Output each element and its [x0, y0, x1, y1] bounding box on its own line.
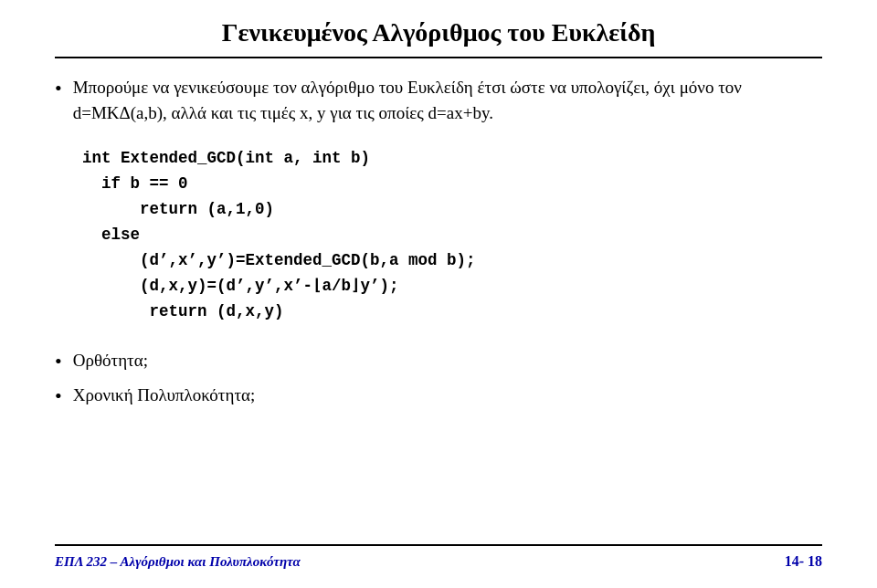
code-line-1: int Extended_GCD(int a, int b) [82, 145, 822, 171]
intro-text: Μπορούμε να γενικεύσουμε τον αλγόριθμο τ… [73, 75, 822, 125]
bullet-item-1: • Χρονική Πολυπλοκότητα; [55, 383, 822, 408]
bullet-label-1: Χρονική Πολυπλοκότητα; [73, 383, 256, 408]
bullet-dot-1: • [55, 384, 62, 408]
footer-page: 14- 18 [785, 553, 822, 570]
content-section: • Μπορούμε να γενικεύσουμε τον αλγόριθμο… [55, 75, 822, 544]
bullet-item-0: • Ορθότητα; [55, 348, 822, 373]
footer-course: ΕΠΛ 232 – Αλγόριθμοι και Πολυπλοκότητα [55, 554, 301, 570]
title-section: Γενικευμένος Αλγόριθμος του Ευκλείδη [55, 18, 822, 58]
code-line-4: else [82, 222, 822, 247]
bullet-dot-0: • [55, 350, 62, 373]
code-line-6: (d,x,y)=(d’,y’,x’-⌊a/b⌋y’); [82, 273, 822, 299]
code-line-5: (d’,x’,y’)=Extended_GCD(b,a mod b); [82, 247, 822, 273]
footer: ΕΠΛ 232 – Αλγόριθμοι και Πολυπλοκότητα 1… [55, 544, 822, 570]
intro-bullet: • Μπορούμε να γενικεύσουμε τον αλγόριθμο… [55, 75, 822, 125]
page-title: Γενικευμένος Αλγόριθμος του Ευκλείδη [55, 18, 822, 47]
page-container: Γενικευμένος Αλγόριθμος του Ευκλείδη • Μ… [0, 0, 877, 588]
code-line-2: if b == 0 [82, 171, 822, 196]
bullet-list: • Ορθότητα; • Χρονική Πολυπλοκότητα; [55, 348, 822, 417]
code-line-3: return (a,1,0) [82, 196, 822, 222]
code-line-7: return (d,x,y) [82, 299, 822, 324]
bullet-dot-intro: • [55, 77, 62, 100]
bullet-label-0: Ορθότητα; [73, 348, 148, 373]
code-block: int Extended_GCD(int a, int b) if b == 0… [82, 145, 822, 324]
